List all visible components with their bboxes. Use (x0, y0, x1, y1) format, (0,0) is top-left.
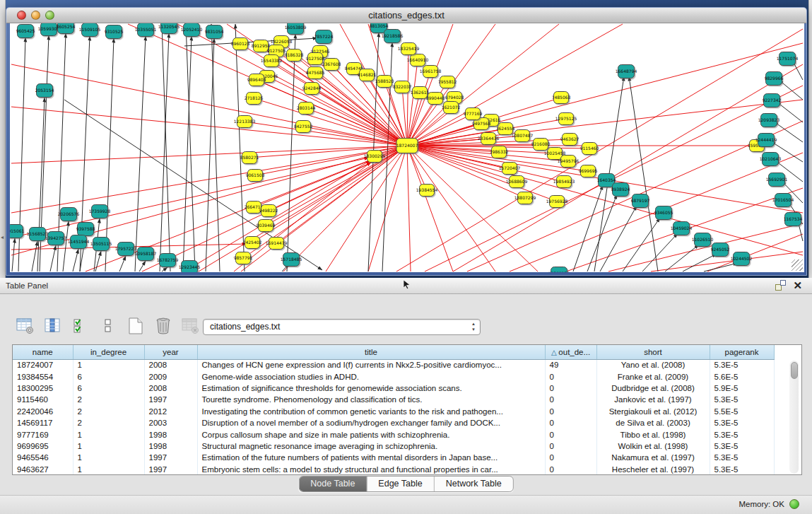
network-node[interactable]: 8938924 (611, 183, 630, 197)
table-cell[interactable]: 0 (545, 394, 596, 405)
table-cell[interactable]: 2 (73, 394, 144, 405)
network-node[interactable]: 18724007 (396, 139, 418, 153)
table-cell[interactable]: 1998 (144, 428, 197, 440)
table-cell[interactable]: 9463627 (13, 464, 73, 475)
network-node[interactable]: 10210643 (760, 153, 782, 166)
table-cell[interactable]: Nakamura et al. (1997) (596, 452, 710, 463)
network-node[interactable]: 15718485 (281, 253, 302, 267)
network-node[interactable]: 10244502 (731, 252, 753, 266)
network-node[interactable]: 12444419 (755, 134, 777, 147)
network-node[interactable]: 7986332 (490, 146, 509, 158)
network-node[interactable]: 8216080 (531, 139, 551, 151)
tab-network-table[interactable]: Network Table (435, 477, 513, 491)
network-node[interactable]: 3624554 (496, 123, 515, 135)
table-cell[interactable]: 9699695 (13, 440, 73, 452)
network-node[interactable]: 8990448 (426, 93, 445, 105)
network-node[interactable]: 9310525 (105, 25, 124, 39)
table-cell[interactable]: 0 (545, 464, 596, 475)
table-cell[interactable]: 5.3E-5 (710, 464, 774, 475)
table-cell[interactable]: 1997 (144, 452, 197, 463)
left-panel-strip[interactable]: ◂ (0, 0, 6, 279)
network-node[interactable]: 18325419 (398, 43, 420, 55)
table-cell[interactable]: 18300295 (13, 382, 73, 394)
table-row[interactable]: 2242004622012Investigating the contribut… (13, 406, 774, 417)
table-cell[interactable]: 49 (545, 359, 596, 370)
network-node[interactable]: 7485063 (552, 92, 571, 104)
table-cell[interactable]: 2003 (144, 417, 197, 428)
network-node[interactable]: 17957223 (115, 243, 137, 256)
table-cell[interactable]: 5.9E-5 (710, 382, 774, 394)
network-node[interactable]: 20206576 (58, 208, 80, 221)
network-node[interactable]: 9115460 (580, 143, 599, 155)
table-cell[interactable]: de Silva et al. (2003) (596, 417, 710, 428)
network-canvas[interactable]: 8960123891295418226058912750516543382818… (10, 23, 804, 272)
table-cell[interactable]: 0 (545, 370, 596, 382)
table-cell[interactable]: 2 (73, 406, 144, 417)
network-node[interactable]: 12923445 (179, 261, 201, 273)
network-node[interactable]: 7857224 (314, 30, 334, 44)
table-cell[interactable]: 0 (545, 428, 596, 440)
network-node[interactable]: 9397588 (76, 223, 95, 236)
network-node[interactable]: 10958187 (135, 247, 157, 261)
network-node[interactable]: 1167534 (784, 213, 803, 226)
network-node[interactable]: 8427552 (294, 121, 313, 133)
network-node[interactable]: 8960123 (231, 38, 250, 50)
network-node[interactable]: 9857791 (234, 252, 253, 264)
table-cell[interactable]: 14569117 (13, 417, 73, 428)
column-header-in-degree[interactable]: in_degree (73, 345, 144, 359)
network-node[interactable]: 11026510 (692, 233, 714, 247)
network-node[interactable]: 9605425 (16, 25, 35, 38)
table-options-button[interactable] (16, 316, 35, 336)
table-cell[interactable]: 2008 (144, 359, 197, 370)
table-cell[interactable]: 18724007 (13, 359, 73, 370)
table-cell[interactable]: 5.3E-5 (710, 452, 774, 463)
table-row[interactable]: 977716911998Corpus callosum shape and si… (13, 428, 774, 440)
table-cell[interactable]: Structural magnetic resonance image aver… (197, 440, 545, 452)
table-scrollbar-thumb[interactable] (791, 362, 798, 379)
table-cell[interactable]: 1 (73, 464, 144, 475)
network-node[interactable]: 9061503 (246, 170, 265, 182)
table-cell[interactable]: 2012 (144, 406, 197, 417)
table-cell[interactable]: 0 (545, 382, 596, 394)
table-cell[interactable]: 5.3E-5 (710, 440, 774, 452)
network-node[interactable]: 19384554 (416, 185, 438, 197)
column-header-title[interactable]: title (197, 345, 545, 359)
network-node[interactable]: 8322037 (393, 81, 412, 93)
tab-edge-table[interactable]: Edge Table (367, 477, 434, 491)
table-row[interactable]: 911546021997Tourette syndrome. Phenomeno… (13, 394, 774, 405)
column-header-pagerank[interactable]: pagerank (710, 345, 774, 359)
table-cell[interactable]: 5.3E-5 (710, 394, 774, 405)
network-node[interactable]: 2367608 (322, 59, 341, 71)
right-panel-strip[interactable] (808, 0, 812, 279)
table-cell[interactable]: 9465546 (13, 452, 73, 463)
network-node[interactable]: 8039469 (257, 220, 276, 232)
new-column-button[interactable] (126, 316, 146, 336)
table-cell[interactable]: Jankovic et al. (1997) (596, 394, 710, 405)
table-cell[interactable]: Disruption of a novel member of a sodium… (197, 417, 545, 428)
table-cell[interactable]: Estimation of significance thresholds fo… (197, 382, 545, 394)
table-cell[interactable]: Embryonic stem cells: a model to study s… (197, 464, 545, 475)
table-row[interactable]: 946554611997Estimation of the future num… (13, 452, 774, 463)
window-titlebar[interactable]: citations_edges.txt (6, 8, 806, 23)
network-node[interactable]: 13505115 (90, 238, 112, 251)
table-cell[interactable]: Hescheler et al. (1997) (596, 464, 710, 475)
table-cell[interactable]: 5.3E-5 (710, 417, 774, 428)
network-node[interactable]: 9146821 (358, 69, 377, 81)
network-node[interactable]: 9896403 (247, 74, 266, 86)
network-node[interactable]: 11320545 (158, 23, 180, 34)
memory-ok-icon[interactable] (789, 499, 799, 509)
network-node[interactable]: 9831054 (205, 25, 224, 39)
table-cell[interactable]: Estimation of the future numbers of pati… (197, 452, 545, 463)
network-node[interactable]: 12213383 (234, 116, 256, 128)
network-node[interactable]: 19218586 (382, 30, 404, 43)
network-node[interactable]: 19854923 (553, 176, 575, 188)
network-node[interactable]: 16782759 (157, 254, 179, 267)
table-cell[interactable]: 19384554 (13, 370, 73, 382)
table-cell[interactable]: 1 (73, 440, 144, 452)
table-row[interactable]: 1872400712008Changes of HCN gene express… (13, 359, 774, 370)
network-node[interactable]: 17359928 (89, 205, 111, 218)
network-node[interactable]: 9227342 (763, 94, 782, 107)
table-cell[interactable]: 5.5E-5 (710, 406, 774, 417)
network-node[interactable]: 8475685 (306, 67, 325, 79)
network-node[interactable]: 7425402 (243, 237, 262, 249)
